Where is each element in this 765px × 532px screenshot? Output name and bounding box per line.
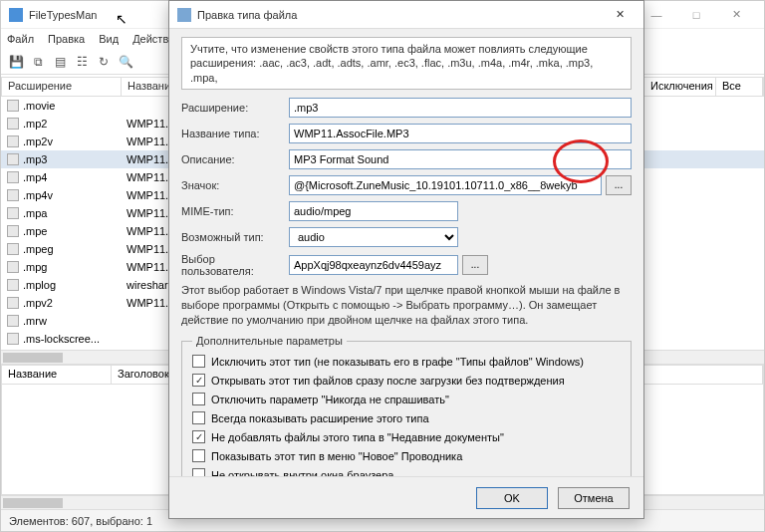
cell-ext: .mpv2 — [23, 297, 53, 309]
cell-ext: .mplog — [23, 279, 56, 291]
file-icon — [7, 135, 19, 147]
menu-edit[interactable]: Правка — [48, 33, 85, 45]
cell-ext: .movie — [23, 100, 55, 112]
cell-ext: .mpe — [23, 225, 47, 237]
checkbox-label: Не открывать внутри окна браузера — [211, 469, 393, 476]
file-icon — [7, 171, 19, 183]
cell-ext: .mpeg — [23, 243, 54, 255]
bottom-col-name[interactable]: Название — [2, 366, 112, 384]
label-desc: Описание: — [181, 153, 289, 165]
col-excl[interactable]: Исключения — [644, 78, 716, 96]
cell-ext: .mp4 — [23, 171, 47, 183]
file-icon — [7, 225, 19, 237]
checkbox[interactable] — [192, 449, 205, 462]
tb-copy-icon[interactable]: ⧉ — [29, 53, 47, 71]
checkbox-label: Показывать этот тип в меню "Новое" Прово… — [211, 450, 462, 462]
cell-ext: .mp2 — [23, 118, 47, 130]
file-icon — [7, 207, 19, 219]
checkbox-label: Не добавлять файлы этого типа в "Недавни… — [211, 431, 504, 443]
cell-ext: .ms-lockscree... — [23, 333, 100, 345]
extra-params-fieldset: Дополнительные параметры Исключить этот … — [181, 335, 632, 476]
status-text: Элементов: 607, выбрано: 1 — [9, 515, 152, 527]
input-desc[interactable] — [289, 149, 632, 169]
file-icon — [7, 153, 19, 165]
input-mime[interactable] — [289, 201, 458, 221]
label-perceived: Возможный тип: — [181, 231, 289, 243]
right-columns: Исключения Все — [644, 77, 764, 97]
maximize-button[interactable]: □ — [676, 3, 716, 27]
label-ext: Расширение: — [181, 102, 289, 114]
edit-type-dialog: Правка типа файла ✕ Учтите, что изменени… — [168, 0, 644, 519]
dialog-buttons: OK Отмена — [169, 476, 643, 518]
cell-ext: .mrw — [23, 315, 47, 327]
file-icon — [7, 243, 19, 255]
app-title: FileTypesMan — [29, 9, 97, 21]
file-icon — [7, 100, 19, 112]
checkbox-label: Всегда показывать расширение этого типа — [211, 412, 429, 424]
tb-find-icon[interactable]: 🔍 — [117, 53, 134, 71]
label-mime: MIME-тип: — [181, 205, 289, 217]
checkbox[interactable]: ✓ — [192, 374, 205, 387]
cell-ext: .mp3 — [23, 153, 47, 165]
cancel-button[interactable]: Отмена — [558, 487, 630, 509]
browse-icon-button[interactable]: ... — [606, 175, 632, 195]
cell-ext: .mp2v — [23, 135, 53, 147]
info-box: Учтите, что изменение свойств этого типа… — [181, 37, 632, 90]
label-typename: Название типа: — [181, 128, 289, 139]
ok-button[interactable]: OK — [476, 487, 548, 509]
checkbox[interactable] — [192, 468, 205, 476]
menu-actions[interactable]: Действ — [132, 33, 168, 45]
dialog-title: Правка типа файла — [197, 9, 604, 21]
label-userchoice: Выбор пользователя: — [181, 253, 289, 277]
file-icon — [7, 333, 19, 345]
tb-page-icon[interactable]: ▤ — [51, 53, 69, 71]
col-ext[interactable]: Расширение — [2, 78, 122, 96]
dialog-body: Учтите, что изменение свойств этого типа… — [169, 29, 643, 476]
close-button[interactable]: ✕ — [716, 3, 756, 27]
checkbox[interactable]: ✓ — [192, 430, 205, 443]
input-typename[interactable] — [289, 124, 632, 143]
checkbox[interactable] — [192, 411, 205, 424]
dialog-titlebar: Правка типа файла ✕ — [169, 1, 643, 29]
file-icon — [7, 118, 19, 130]
select-perceived[interactable]: audio — [289, 227, 458, 247]
window-controls: — □ ✕ — [637, 3, 756, 27]
input-userchoice[interactable] — [289, 255, 458, 275]
cell-ext: .mpa — [23, 207, 47, 219]
cell-ext: .mpg — [23, 261, 47, 273]
checkbox[interactable] — [192, 393, 205, 405]
dialog-close-button[interactable]: ✕ — [604, 5, 636, 25]
label-icon: Значок: — [181, 179, 289, 191]
file-icon — [7, 279, 19, 291]
userchoice-note: Этот выбор работает в Windows Vista/7 пр… — [181, 283, 632, 328]
col-all[interactable]: Все — [716, 78, 763, 96]
checkbox-label: Исключить этот тип (не показывать его в … — [211, 356, 584, 368]
fieldset-legend: Дополнительные параметры — [192, 335, 347, 347]
input-ext[interactable] — [289, 98, 632, 118]
checkbox-label: Отключить параметр "Никогда не спрашиват… — [211, 394, 449, 405]
file-icon — [7, 261, 19, 273]
file-icon — [7, 315, 19, 327]
tb-props-icon[interactable]: ☷ — [73, 53, 91, 71]
app-icon — [9, 8, 23, 22]
tb-refresh-icon[interactable]: ↻ — [95, 53, 113, 71]
file-icon — [7, 297, 19, 309]
file-icon — [7, 189, 19, 201]
checkbox[interactable] — [192, 355, 205, 368]
menu-view[interactable]: Вид — [99, 33, 119, 45]
dialog-icon — [177, 8, 191, 22]
menu-file[interactable]: Файл — [7, 33, 34, 45]
tb-save-icon[interactable]: 💾 — [7, 53, 25, 71]
browse-userchoice-button[interactable]: ... — [462, 255, 488, 275]
cell-ext: .mp4v — [23, 189, 53, 201]
checkbox-label: Открывать этот тип файлов сразу после за… — [211, 375, 565, 387]
input-icon[interactable] — [289, 175, 602, 195]
